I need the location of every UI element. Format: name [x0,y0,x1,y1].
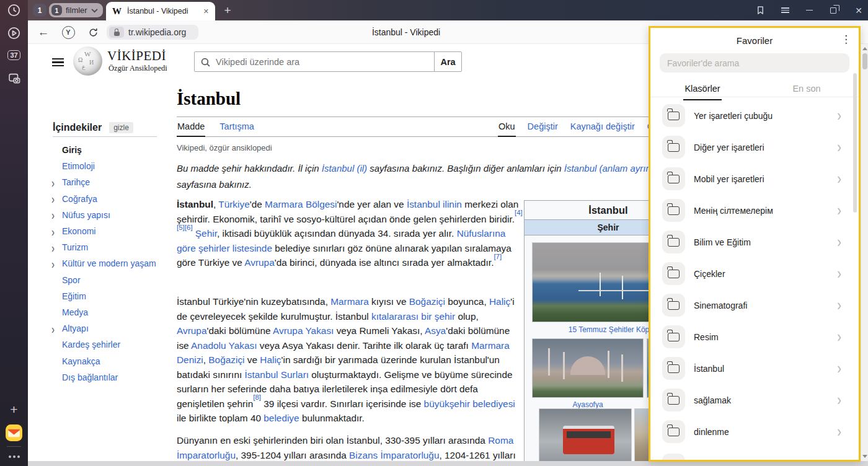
favorites-folder-row[interactable]: İstanbul › [650,353,859,384]
toc-item[interactable]: › Dış bağlantılar [53,369,177,385]
toc-item[interactable]: › Nüfus yapısı [53,207,177,223]
article-namespace-tab[interactable]: Tartışma [219,119,255,137]
scrollbar-thumb[interactable] [862,53,867,69]
yandex-mail-icon[interactable] [0,424,28,441]
infobox-image-tram[interactable] [539,408,632,465]
wikipedia-favicon: W [112,6,122,17]
browser-sidebar: 37 + [0,0,28,466]
new-tab-button[interactable]: + [221,4,234,17]
toc-title: İçindekiler [53,122,102,133]
media-play-icon[interactable] [0,26,28,40]
address-bar[interactable]: tr.wikipedia.org [107,25,198,40]
panel-scrollbar-thumb[interactable] [853,73,857,213]
yandex-y-button[interactable]: Y [59,20,78,44]
toc-hide-button[interactable]: gizle [109,122,133,133]
toc-item[interactable]: › Kültür ve modern yaşam [53,255,177,271]
toc-expand-icon[interactable]: › [51,192,55,206]
chevron-right-icon: › [837,423,841,441]
article-view-tab[interactable]: Değiştir [527,119,559,137]
favorites-search-input[interactable] [660,53,849,73]
wiki-search-input[interactable] [216,57,434,67]
article-tab-row: MaddeTartışma OkuDeğiştirKaynağı değişti… [177,119,699,137]
tab-counter-badge[interactable]: 1 [33,4,46,17]
toc-item[interactable]: › Coğrafya [53,191,177,207]
toc-item[interactable]: › Etimoloji [53,158,177,174]
screenshot-icon[interactable] [0,72,28,86]
page-scrollbar[interactable] [861,44,868,461]
chevron-right-icon: › [837,170,841,188]
favorites-folder-row[interactable]: Bilim ve Eğitim › [650,226,859,258]
wikipedia-logo[interactable]: WΩИع [73,46,102,76]
minimize-icon[interactable] [801,0,817,20]
favorites-folder-row[interactable]: Diğer yer işaretleri › [650,131,859,163]
chevron-right-icon: › [837,107,841,125]
toc-expand-icon[interactable]: › [51,257,55,270]
favorites-folder-row[interactable]: Менің сілтемелерім › [650,195,859,226]
favorites-folder-row[interactable]: sağlamak › [650,384,859,416]
reload-button[interactable] [84,20,102,44]
infobox-image-hagia-sophia[interactable] [532,338,644,398]
toc-item[interactable]: › Kaynakça [53,353,177,369]
wiki-menu-icon[interactable] [52,56,64,69]
favorites-tab[interactable]: Klasörler [683,80,721,100]
tab-group[interactable]: 1 filmler [49,3,103,17]
toc-expand-icon[interactable]: › [51,208,55,222]
folder-icon [662,294,685,317]
toc-item[interactable]: › Turizm [53,239,177,255]
wiki-search-button[interactable]: Ara [434,51,462,72]
more-dots-icon[interactable] [0,452,28,461]
chevron-right-icon: › [837,359,841,377]
toc-item[interactable]: › Eğitim [53,288,177,304]
article-view-tab[interactable]: Oku [498,119,516,137]
toc-item[interactable]: › Tarihçe [53,174,177,190]
folder-icon [662,420,685,443]
favorites-folder-row[interactable]: Yer işaretleri çubuğu › [650,100,859,131]
tab-group-count: 1 [51,5,62,15]
history-icon[interactable] [0,3,28,17]
toc-item[interactable]: › Giriş [53,142,177,158]
toolbar-page-title: İstanbul - Vikipedi [189,20,623,44]
hatnote: Bu madde şehir hakkındadır. İl için İsta… [177,160,701,193]
wiki-wordmark[interactable]: VİKİPEDİ [107,48,166,64]
toc-item[interactable]: › Spor [53,272,177,288]
favorites-folder-row[interactable]: Sinematografi › [650,289,859,321]
favorites-folder-row[interactable]: dinlenme › [650,416,859,447]
active-tab[interactable]: W İstanbul - Vikipedi ✕ [106,2,215,20]
toc-item[interactable]: › Kardeş şehirler [53,336,177,353]
toc-expand-icon[interactable]: › [51,322,55,335]
toc-expand-icon[interactable]: › [51,224,55,238]
menu-icon[interactable] [777,0,793,20]
scroll-down-icon[interactable] [862,455,867,458]
lock-icon[interactable] [109,27,124,38]
url-text: tr.wikipedia.org [128,27,186,37]
favorites-folder-row[interactable]: Mobil yer işaretleri › [650,163,859,195]
kebab-menu-icon[interactable]: ⋮ [841,33,851,46]
tab-close-icon[interactable]: ✕ [203,8,209,15]
add-plus-icon[interactable]: + [0,403,28,416]
favorites-folder-row-partial[interactable] [662,454,685,462]
close-icon[interactable]: ✕ [851,0,867,20]
maximize-icon[interactable] [825,0,841,20]
infobox-caption[interactable]: Ayasofya [532,400,644,409]
toc-expand-icon[interactable]: › [51,175,55,189]
wiki-tagline: Özgür Ansiklopedi [108,64,167,73]
article-paragraph: İstanbul Türkiye'nin kuzeybatısında, Mar… [177,294,524,426]
favorites-tab[interactable]: En son [791,80,822,100]
article-namespace-tab[interactable]: Madde [177,119,205,137]
chevron-right-icon: › [837,265,841,283]
toc-item[interactable]: › Altyapı [53,320,177,336]
scroll-up-icon[interactable] [862,47,867,50]
toc-item[interactable]: › Ekonomi [53,223,177,239]
extensions-counter-badge[interactable]: 37 [0,50,28,61]
wiki-search-box[interactable] [194,51,435,72]
toc-expand-icon[interactable]: › [51,240,55,254]
favorites-folder-row[interactable]: Çiçekler › [650,258,859,289]
toc-item[interactable]: › Medya [53,304,177,320]
back-button[interactable]: ← [34,20,53,44]
favorites-folder-row[interactable]: Resim › [650,321,859,353]
tabs-divider [650,97,859,97]
favorites-folder-list: Yer işaretleri çubuğu › Diğer yer işaret… [650,100,859,447]
side-panel-bookmark-icon[interactable] [752,0,768,20]
article-view-tab[interactable]: Kaynağı değiştir [570,119,636,137]
sidebar-divider [7,446,21,447]
